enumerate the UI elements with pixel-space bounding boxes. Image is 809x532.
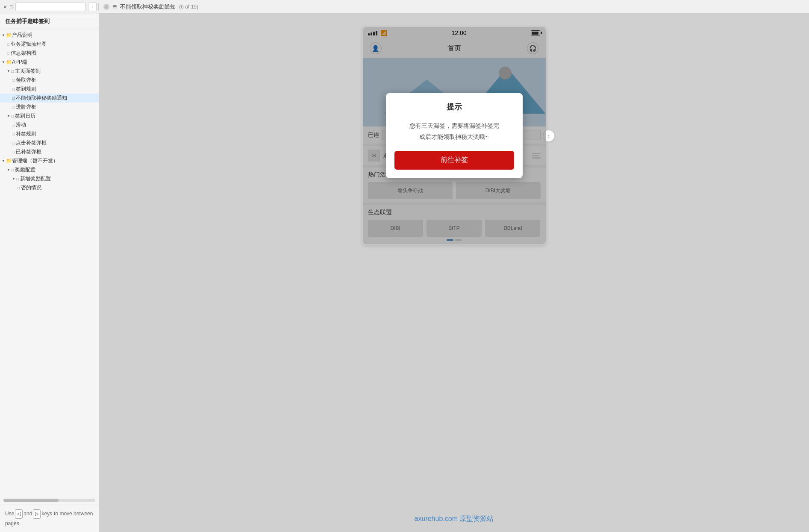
sidebar-title: 任务捕手趣味签到 bbox=[0, 14, 99, 29]
tree-label: APP端 bbox=[12, 59, 27, 66]
horizontal-scrollbar[interactable] bbox=[3, 499, 95, 502]
triangle-icon: ▼ bbox=[2, 33, 5, 37]
phone-mockup: 📶 12:00 👤 首页 🎧 bbox=[362, 26, 546, 245]
page-icon: □ bbox=[11, 69, 14, 73]
tree-item-advanced[interactable]: □ 进阶弹框 bbox=[0, 103, 99, 112]
triangle-icon: ▼ bbox=[7, 114, 10, 118]
tree-item-product[interactable]: ▼ 📁 产品说明 bbox=[0, 31, 99, 40]
hint-and: and bbox=[24, 510, 32, 518]
page-icon: □ bbox=[12, 150, 15, 154]
tree-label: 产品说明 bbox=[12, 32, 32, 39]
tree-item-logic[interactable]: □ 业务逻辑流程图 bbox=[0, 40, 99, 49]
tree-item-new-reward[interactable]: ▼ □ 新增奖励配置 bbox=[0, 174, 99, 183]
page-icon: □ bbox=[12, 96, 15, 100]
tree-label: 不能领取神秘奖励通知 bbox=[16, 94, 67, 102]
modal-title: 提示 bbox=[386, 93, 523, 116]
tree-label: 签到日历 bbox=[15, 112, 35, 120]
phone-wrapper: 📶 12:00 👤 首页 🎧 bbox=[362, 26, 546, 245]
page-icon: □ bbox=[12, 141, 15, 145]
page-icon: □ bbox=[12, 87, 15, 91]
tree-label: 奖励配置 bbox=[15, 166, 35, 173]
hint-pages: pages bbox=[5, 520, 19, 528]
modal-footer: 前往补签 bbox=[386, 151, 523, 178]
tree-label: 管理端（暂不开发） bbox=[12, 157, 58, 165]
page-icon: □ bbox=[12, 123, 15, 127]
sidebar: × ≡ ‹ › 任务捕手趣味签到 ▼ 📁 产品说明 □ 业务逻辑流程图 □ 信息… bbox=[0, 0, 99, 532]
tree-label: 进阶弹框 bbox=[16, 103, 36, 111]
sidebar-nav: ‹ › bbox=[88, 3, 99, 11]
tree-item-rule[interactable]: □ 签到规则 bbox=[0, 85, 99, 94]
close-icon[interactable]: × bbox=[3, 3, 7, 10]
watermark: axurehub.com 原型资源站 bbox=[415, 514, 494, 523]
canvas: 📶 12:00 👤 首页 🎧 bbox=[99, 14, 809, 532]
tree-item-calendar[interactable]: ▼ □ 签到日历 bbox=[0, 112, 99, 121]
nav-prev-button[interactable]: ‹ bbox=[88, 3, 97, 11]
page-icon: □ bbox=[12, 132, 15, 136]
topbar: × ≡ 不能领取神秘奖励通知 (6 of 15) bbox=[99, 0, 809, 14]
tree-label: 滑动 bbox=[16, 121, 26, 129]
tree-item-no-case[interactable]: □ 否的情况 bbox=[0, 183, 99, 192]
topbar-close-icon[interactable]: × bbox=[103, 4, 109, 10]
triangle-icon: ▼ bbox=[7, 69, 10, 73]
modal-dialog: 提示 您有三天漏签，需要将漏签补签完成后才能领取神秘大奖哦~ 前往补签 bbox=[386, 93, 523, 178]
topbar-title: 不能领取神秘奖励通知 bbox=[120, 3, 176, 11]
triangle-icon: ▼ bbox=[12, 177, 15, 181]
modal-overlay: 提示 您有三天漏签，需要将漏签补签完成后才能领取神秘大奖哦~ 前往补签 bbox=[363, 27, 546, 244]
tree-label: 已补签弹框 bbox=[16, 148, 41, 156]
scrollbar-thumb bbox=[3, 499, 59, 502]
tree-label: 否的情况 bbox=[21, 184, 41, 191]
tree-item-info[interactable]: □ 信息架构图 bbox=[0, 49, 99, 58]
topbar-page-info: (6 of 15) bbox=[179, 4, 198, 10]
footer-hint: Use ◁ and ▷ keys to move between pages bbox=[5, 509, 94, 528]
hint-use: Use bbox=[5, 510, 14, 518]
tree-item-reward-config[interactable]: ▼ □ 奖励配置 bbox=[0, 165, 99, 174]
triangle-icon: ▼ bbox=[2, 159, 5, 163]
tree-label: 信息架构图 bbox=[11, 50, 36, 57]
folder-icon: 📁 bbox=[6, 59, 12, 65]
page-icon: □ bbox=[17, 185, 20, 190]
tree-item-slide[interactable]: □ 滑动 bbox=[0, 121, 99, 129]
sidebar-footer: Use ◁ and ▷ keys to move between pages bbox=[0, 505, 99, 532]
main-content: × ≡ 不能领取神秘奖励通知 (6 of 15) 📶 bbox=[99, 0, 809, 532]
triangle-icon: ▼ bbox=[2, 60, 5, 64]
tree-item-makeup-rule[interactable]: □ 补签规则 bbox=[0, 129, 99, 138]
modal-confirm-button[interactable]: 前往补签 bbox=[394, 151, 514, 170]
tree-label: 点击补签弹框 bbox=[16, 139, 47, 147]
page-icon: □ bbox=[7, 51, 9, 56]
sidebar-header: × ≡ ‹ › bbox=[0, 0, 99, 14]
tree-label: 主页面签到 bbox=[15, 68, 41, 75]
page-icon: □ bbox=[12, 105, 15, 109]
page-icon: □ bbox=[11, 168, 14, 172]
triangle-icon: ▼ bbox=[7, 168, 10, 172]
tree-label: 业务逻辑流程图 bbox=[11, 41, 47, 48]
topbar-menu-icon[interactable]: ≡ bbox=[113, 3, 117, 11]
hint-keys: keys bbox=[41, 510, 52, 518]
tree-item-admin[interactable]: ▼ 📁 管理端（暂不开发） bbox=[0, 156, 99, 165]
page-icon: □ bbox=[16, 176, 19, 181]
scrollbar-area bbox=[0, 496, 99, 505]
tree-item-main-checkin[interactable]: ▼ □ 主页面签到 bbox=[0, 67, 99, 76]
page-icon: □ bbox=[12, 78, 15, 82]
menu-icon[interactable]: ≡ bbox=[9, 3, 13, 10]
tree-label: 补签规则 bbox=[16, 130, 36, 138]
folder-icon: 📁 bbox=[6, 158, 12, 164]
tree-item-app[interactable]: ▼ 📁 APP端 bbox=[0, 58, 99, 67]
page-icon: □ bbox=[7, 42, 9, 47]
page-icon: □ bbox=[11, 114, 14, 118]
tree-label: 新增奖励配置 bbox=[20, 175, 51, 182]
key-right: ▷ bbox=[33, 509, 41, 519]
modal-body: 您有三天漏签，需要将漏签补签完成后才能领取神秘大奖哦~ bbox=[386, 116, 523, 150]
search-input[interactable] bbox=[15, 3, 85, 11]
tree-label: 签到规则 bbox=[16, 85, 36, 93]
tree-label: 领取弹框 bbox=[16, 76, 36, 84]
tree-item-made-up[interactable]: □ 已补签弹框 bbox=[0, 147, 99, 156]
tree-item-claim[interactable]: □ 领取弹框 bbox=[0, 76, 99, 85]
hint-move: to move between bbox=[54, 510, 93, 518]
folder-icon: 📁 bbox=[6, 32, 12, 38]
tree-item-makeup-dialog[interactable]: □ 点击补签弹框 bbox=[0, 138, 99, 147]
tree: ▼ 📁 产品说明 □ 业务逻辑流程图 □ 信息架构图 ▼ 📁 APP端 ▼ □ … bbox=[0, 29, 99, 496]
key-left: ◁ bbox=[15, 509, 23, 519]
tree-item-no-claim[interactable]: □ 不能领取神秘奖励通知 bbox=[0, 94, 99, 103]
